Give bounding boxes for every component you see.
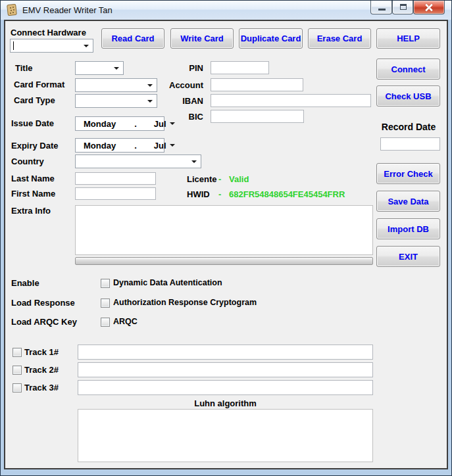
expiry-date-day: Monday (84, 141, 116, 151)
record-date-label: Record Date (376, 122, 441, 132)
title-combobox[interactable] (75, 61, 124, 75)
check-usb-label: Check USB (385, 91, 431, 101)
dropdown-arrow-icon (114, 67, 119, 70)
licente-label: Licente (187, 174, 217, 184)
first-name-label: First Name (11, 189, 55, 199)
last-name-label: Last Name (11, 174, 55, 183)
bic-label: BIC (157, 112, 203, 122)
load-arqc-key-label: Load ARQC Key (11, 317, 77, 327)
help-label: HELP (397, 34, 420, 43)
dda-checkbox-label: Dynamic Data Autentication (113, 278, 222, 287)
track1-field[interactable] (78, 345, 373, 360)
dda-checkbox[interactable] (101, 279, 110, 288)
track3-field[interactable] (78, 380, 373, 395)
connect-hardware-label: Connect Hardware (11, 28, 86, 37)
arqc-checkbox[interactable] (101, 318, 110, 327)
extra-info-scrollbar[interactable] (75, 257, 373, 265)
text-caret (13, 41, 14, 50)
connect-hardware-combobox[interactable] (10, 39, 93, 53)
connect-button[interactable]: Connect (376, 59, 440, 80)
write-card-button[interactable]: Write Card (170, 28, 234, 49)
first-name-field[interactable] (75, 187, 156, 200)
expiry-date-separator: . (134, 141, 137, 151)
last-name-field[interactable] (75, 172, 156, 185)
client-area: Connect Hardware Read Card Write Card Du… (4, 20, 448, 469)
smartcard-icon (7, 4, 18, 16)
extra-info-textarea[interactable] (75, 205, 373, 255)
arc-checkbox[interactable] (101, 298, 110, 308)
exit-label: EXIT (399, 252, 418, 262)
load-response-label: Load Response (11, 298, 75, 308)
save-data-label: Save Data (388, 197, 428, 206)
dropdown-arrow-icon (147, 100, 153, 103)
track2-checkbox[interactable] (13, 366, 22, 375)
minimize-icon (378, 9, 386, 11)
dropdown-arrow-icon (170, 122, 175, 125)
write-card-label: Write Card (180, 34, 224, 43)
dropdown-arrow-icon (191, 160, 197, 163)
account-label: Account (157, 80, 203, 90)
check-usb-button[interactable]: Check USB (376, 85, 440, 107)
read-card-label: Read Card (111, 34, 154, 43)
expiry-date-picker[interactable]: Monday . Jul (75, 138, 164, 153)
maximize-button[interactable] (392, 1, 413, 14)
issue-date-label: Issue Date (11, 118, 54, 128)
issue-date-separator: . (134, 119, 137, 129)
dropdown-arrow-icon (147, 84, 153, 87)
track2-field[interactable] (78, 362, 373, 377)
account-field[interactable] (211, 78, 303, 91)
hwid-label: HWID (187, 189, 210, 199)
dropdown-arrow-icon (170, 144, 175, 147)
erase-card-button[interactable]: Erase Card (308, 28, 371, 49)
card-type-label: Card Type (14, 95, 55, 105)
expiry-date-label: Expiry Date (11, 141, 59, 151)
enable-label: Enable (11, 278, 39, 288)
card-format-label: Card Format (14, 80, 64, 89)
erase-card-label: Erase Card (317, 34, 363, 43)
error-check-label: Error Check (384, 169, 432, 179)
minimize-button[interactable] (370, 1, 392, 14)
track1-checkbox[interactable] (13, 348, 22, 357)
extra-info-label: Extra Info (11, 206, 51, 216)
title-bar: EMV Reader Writer Tan (1, 1, 451, 20)
expiry-date-month: Jul (154, 141, 166, 151)
hwid-value: 682FR54848654FE45454FRR (229, 189, 345, 199)
arqc-checkbox-label: ARQC (113, 317, 138, 326)
help-button[interactable]: HELP (376, 28, 440, 49)
bic-field[interactable] (211, 110, 304, 123)
error-check-button[interactable]: Error Check (376, 163, 440, 184)
import-db-label: Import DB (388, 224, 429, 234)
pin-field[interactable] (211, 61, 269, 74)
import-db-button[interactable]: Import DB (376, 218, 440, 239)
issue-date-day: Monday (84, 119, 116, 129)
duplicate-card-label: Duplicate Card (241, 34, 301, 43)
hwid-dash: - (218, 189, 221, 199)
licente-dash: - (218, 174, 221, 184)
iban-field[interactable] (211, 94, 371, 107)
duplicate-card-button[interactable]: Duplicate Card (239, 28, 303, 49)
title-label: Title (15, 63, 33, 73)
issue-date-picker[interactable]: Monday . Jul (75, 116, 164, 131)
luhn-algorithm-label: Luhn algorithm (78, 398, 373, 408)
licente-value: Valid (229, 174, 249, 184)
close-button[interactable] (413, 1, 445, 14)
record-date-field[interactable] (380, 137, 440, 151)
save-data-button[interactable]: Save Data (376, 191, 440, 212)
exit-button[interactable]: EXIT (376, 246, 440, 267)
connect-label: Connect (391, 64, 426, 74)
iban-label: IBAN (157, 96, 203, 106)
track3-checkbox[interactable] (13, 383, 22, 393)
read-card-button[interactable]: Read Card (101, 28, 164, 49)
arc-checkbox-label: Authorization Response Cryptogram (113, 298, 257, 307)
track2-label: Track 2# (24, 365, 59, 375)
dropdown-arrow-icon (84, 45, 89, 47)
luhn-textarea[interactable] (78, 409, 373, 462)
country-label: Country (11, 156, 44, 166)
card-type-combobox[interactable] (75, 94, 157, 108)
maximize-icon (400, 4, 407, 10)
card-format-combobox[interactable] (75, 78, 157, 92)
track3-label: Track 3# (24, 383, 59, 393)
country-combobox[interactable] (75, 155, 201, 168)
track1-label: Track 1# (24, 347, 59, 357)
window-title: EMV Reader Writer Tan (22, 5, 113, 15)
